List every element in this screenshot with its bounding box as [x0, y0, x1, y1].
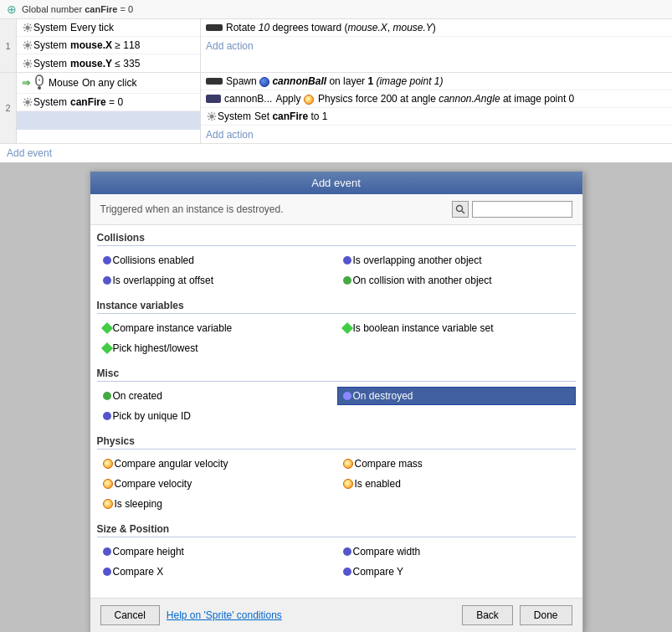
dialog-search-bar: Triggered when an instance is destroyed. — [90, 194, 582, 225]
svg-point-1 — [25, 43, 29, 47]
actions-2: Spawn cannonBall on layer 1 (image point… — [201, 73, 672, 143]
blue-dot-icon — [103, 276, 111, 285]
list-item[interactable]: On collision with another object — [337, 271, 576, 290]
section-header-size-pos: Size & Position — [97, 523, 576, 537]
list-item[interactable]: Is enabled — [337, 475, 576, 493]
physics-circle-icon — [343, 479, 353, 489]
physics-icon — [304, 95, 314, 105]
dialog-content: Collisions Collisions enabled Is overlap… — [90, 225, 582, 598]
list-item[interactable]: Compare width — [337, 542, 576, 561]
green-diamond-icon — [100, 342, 112, 354]
gear-icon — [22, 39, 33, 51]
list-item[interactable]: Pick highest/lowest — [97, 339, 336, 357]
global-bar-text: Global number canFire = 0 — [22, 4, 133, 14]
gear-icon — [22, 58, 33, 69]
blue-dot-icon — [103, 412, 111, 420]
size-pos-items: Compare height Compare width Compare X C… — [97, 542, 576, 581]
event-number-2: 2 — [0, 73, 17, 143]
list-item[interactable]: Compare velocity — [97, 475, 336, 493]
conditions-list: Collisions Collisions enabled Is overlap… — [90, 225, 582, 598]
actions-1: Rotate 10 degrees toward (mouse.X, mouse… — [201, 19, 672, 72]
conditions-2: ⇒ Mouse On any click System canFire = 0 — [17, 73, 201, 143]
svg-point-8 — [456, 206, 462, 212]
list-item[interactable]: Compare instance variable — [97, 319, 336, 337]
list-item[interactable]: Is overlapping at offset — [97, 271, 336, 290]
footer-left: Cancel Help on 'Sprite' conditions — [100, 605, 282, 625]
add-event-button[interactable]: Add event — [0, 144, 672, 162]
list-item[interactable]: Pick by unique ID — [97, 407, 336, 425]
gear-icon — [206, 110, 218, 122]
physics-circle-icon — [343, 459, 353, 469]
section-instance-variables: Instance variables Compare instance vari… — [97, 300, 576, 357]
conditions-1: System Every tick System mouse.X ≥ 118 S… — [17, 19, 201, 72]
section-collisions: Collisions Collisions enabled Is overlap… — [97, 232, 576, 290]
event-row-1: 1 System Every tick System mouse.X ≥ 118… — [0, 19, 672, 73]
blue-dot-icon — [103, 547, 111, 556]
search-input[interactable] — [472, 201, 572, 218]
list-item[interactable]: Collisions enabled — [97, 251, 336, 270]
list-item[interactable]: Is sleeping — [97, 495, 336, 513]
condition-item[interactable]: System Every tick — [17, 19, 200, 37]
event-row-2: 2 ⇒ Mouse On any click System canFire = … — [0, 73, 672, 144]
add-action-button-1[interactable]: Add action — [201, 37, 672, 54]
svg-point-5 — [38, 86, 41, 90]
global-icon: ⊕ — [7, 3, 17, 16]
mouse-icon — [33, 75, 45, 91]
list-item[interactable]: Is overlapping another object — [337, 251, 576, 270]
search-icon-button[interactable] — [452, 201, 469, 218]
svg-line-9 — [462, 211, 464, 213]
add-action-button-2[interactable]: Add action — [201, 126, 672, 143]
action-item[interactable]: Spawn cannonBall on layer 1 (image point… — [201, 73, 672, 90]
list-item[interactable]: Compare angular velocity — [97, 455, 336, 473]
list-item[interactable]: Compare height — [97, 542, 336, 561]
physics-circle-icon — [103, 459, 113, 469]
physics-circle-icon — [103, 479, 113, 489]
footer-right: Back Done — [462, 605, 572, 625]
section-header-physics: Physics — [97, 435, 576, 450]
blue-dot-icon — [343, 256, 351, 265]
green-dot-icon — [343, 276, 351, 285]
condition-item[interactable]: System canFire = 0 — [17, 94, 200, 111]
collisions-items: Collisions enabled Is overlapping anothe… — [97, 251, 576, 290]
cannon-icon — [206, 78, 223, 85]
svg-point-7 — [209, 114, 213, 118]
condition-item[interactable]: System mouse.X ≥ 118 — [17, 37, 200, 54]
dialog-backdrop: Add event Triggered when an instance is … — [0, 162, 672, 632]
green-diamond-icon — [100, 322, 112, 334]
done-button[interactable]: Done — [520, 605, 572, 625]
svg-point-2 — [25, 61, 29, 65]
global-bar: ⊕ Global number canFire = 0 — [0, 0, 672, 19]
physics-circle-icon — [103, 499, 113, 509]
back-button[interactable]: Back — [462, 605, 513, 625]
dialog-footer: Cancel Help on 'Sprite' conditions Back … — [90, 598, 582, 632]
condition-item[interactable]: System mouse.Y ≤ 335 — [17, 54, 200, 72]
green-diamond-icon — [341, 322, 352, 334]
blue-dot-icon — [343, 568, 351, 576]
action-item[interactable]: Rotate 10 degrees toward (mouse.X, mouse… — [201, 19, 672, 37]
list-item-selected[interactable]: On destroyed — [337, 387, 576, 405]
action-item[interactable]: System Set canFire to 1 — [201, 108, 672, 126]
blue-dot-icon — [343, 547, 351, 556]
list-item[interactable]: Compare Y — [337, 563, 576, 581]
green-dot-icon — [343, 392, 351, 400]
cancel-button[interactable]: Cancel — [100, 605, 160, 625]
add-event-dialog: Add event Triggered when an instance is … — [90, 171, 583, 632]
condition-spacer — [17, 111, 200, 130]
section-size-position: Size & Position Compare height Compare w… — [97, 523, 576, 581]
gear-icon — [22, 96, 33, 108]
action-item[interactable]: cannonB... Back Apply Physics force 200 … — [201, 90, 672, 108]
search-icon — [455, 204, 465, 214]
dialog-trigger-text: Triggered when an instance is destroyed. — [100, 203, 452, 215]
list-item[interactable]: Compare X — [97, 563, 336, 581]
gear-icon — [22, 22, 33, 33]
event-number-1: 1 — [0, 19, 17, 72]
instance-vars-items: Compare instance variable Is boolean ins… — [97, 319, 576, 357]
section-header-collisions: Collisions — [97, 232, 576, 246]
help-link[interactable]: Help on 'Sprite' conditions — [167, 609, 282, 621]
condition-item[interactable]: ⇒ Mouse On any click — [17, 73, 200, 94]
list-item[interactable]: Compare mass — [337, 455, 576, 473]
list-item[interactable]: Is boolean instance variable set — [337, 319, 576, 337]
svg-point-6 — [25, 100, 29, 104]
list-item[interactable]: On created — [97, 387, 336, 405]
misc-items: On created On destroyed Pick by unique I… — [97, 387, 576, 425]
